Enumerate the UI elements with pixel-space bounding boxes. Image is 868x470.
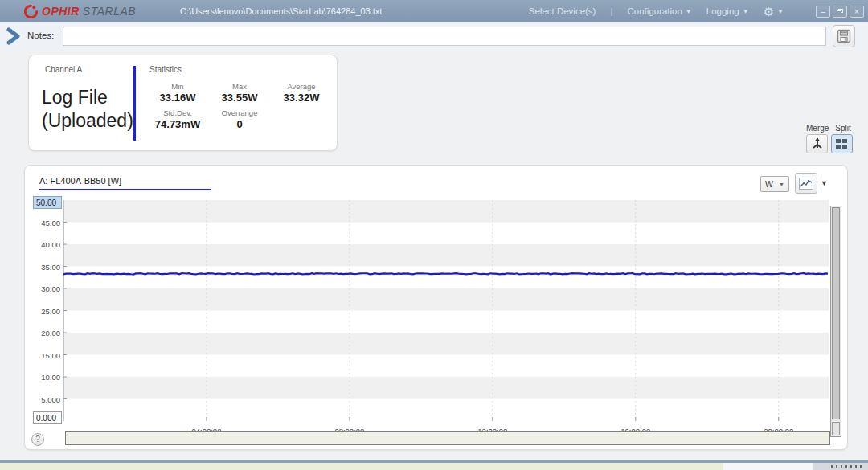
y-tick-label: 10.00 — [30, 373, 60, 382]
expand-sidebar-chevron-icon[interactable] — [5, 27, 23, 45]
taskbar-tray — [813, 463, 868, 470]
chart-panel: A: FL400A-BB50 [W] W ▼ ▼ 50.00 0.000 45.… — [24, 165, 848, 450]
units-dropdown[interactable]: W ▼ — [760, 176, 789, 192]
y-axis-min-input[interactable]: 0.000 — [33, 411, 62, 424]
split-label: Split — [835, 124, 850, 133]
ophir-logo: OPHIR STARLAB — [24, 5, 136, 18]
overrange-label: Overrange — [209, 104, 270, 117]
overrange-value: 0 — [209, 118, 270, 130]
main-menu: Select Device(s) | Configuration ▼ Loggi… — [529, 6, 868, 18]
split-grid-icon — [836, 139, 848, 149]
menu-configuration-label: Configuration — [627, 6, 682, 16]
y-tick-label: 15.00 — [30, 351, 60, 360]
chevron-down-icon: ▼ — [743, 8, 749, 15]
horizontal-scrollbar[interactable] — [65, 431, 830, 445]
menu-select-devices[interactable]: Select Device(s) — [529, 6, 596, 16]
floppy-disk-icon — [837, 29, 851, 43]
merge-label: Merge — [806, 124, 829, 133]
average-value: 33.32W — [270, 92, 333, 104]
y-tick-label: 40.00 — [30, 240, 60, 249]
statistics-grid: Min Max Average 33.16W 33.55W 33.32W Std… — [146, 78, 333, 130]
log-source-title: Log File (Uploaded) — [42, 86, 133, 133]
stddev-label: Std.Dev. — [146, 104, 209, 117]
notes-input[interactable] — [63, 27, 826, 46]
min-value: 33.16W — [146, 92, 209, 104]
menu-logging[interactable]: Logging ▼ — [706, 6, 749, 16]
settings-menu[interactable]: ⚙ ▼ — [764, 6, 784, 18]
average-label: Average — [270, 78, 333, 91]
taskbar-item — [723, 463, 813, 470]
menu-logging-label: Logging — [706, 6, 739, 16]
chart-type-button[interactable] — [795, 173, 817, 194]
trace-label[interactable]: A: FL400A-BB50 [W] — [39, 176, 211, 190]
y-tick-label: 25.00 — [30, 307, 60, 316]
log-source-line1: Log File — [42, 86, 133, 109]
y-tick-label: 45.00 — [30, 219, 60, 227]
merge-arrow-icon — [811, 137, 824, 150]
taskbar-sliver — [0, 463, 868, 470]
channel-color-divider — [133, 66, 136, 141]
title-bar: OPHIR STARLAB C:\Users\lenovo\Documents\… — [0, 0, 868, 22]
notes-toolbar: Notes: — [0, 22, 868, 50]
menu-configuration[interactable]: Configuration ▼ — [627, 6, 691, 16]
log-source-line2: (Uploaded) — [42, 109, 133, 133]
y-tick-label: 35.00 — [30, 263, 60, 272]
brand-starlab: STARLAB — [83, 5, 136, 18]
open-file-path: C:\Users\lenovo\Documents\StarLab\764284… — [180, 6, 382, 16]
y-tick-label: 20.00 — [30, 329, 60, 337]
chevron-down-icon: ▼ — [686, 8, 692, 15]
vertical-scrollbar-thumb[interactable] — [832, 207, 840, 419]
notes-label: Notes: — [27, 31, 54, 40]
layout-controls: Merge Split — [806, 124, 858, 153]
stddev-value: 74.73mW — [146, 118, 209, 130]
horizontal-scrollbar-thumb[interactable] — [67, 433, 829, 443]
restore-button[interactable] — [833, 6, 847, 18]
y-tick-label: 5.000 — [30, 395, 60, 404]
plot-area[interactable] — [63, 200, 829, 421]
taskbar-clock-fragment — [831, 465, 863, 468]
window-controls: – × — [816, 6, 864, 18]
menu-separator: | — [610, 6, 612, 16]
y-tick-label: 30.00 — [30, 284, 60, 293]
chevron-down-icon: ▼ — [779, 182, 784, 187]
line-chart-icon — [799, 178, 813, 190]
statistics-header: Statistics — [149, 65, 182, 74]
max-value: 33.55W — [209, 92, 270, 104]
split-button[interactable] — [831, 134, 853, 153]
starlab-window: OPHIR STARLAB C:\Users\lenovo\Documents\… — [0, 0, 868, 470]
y-axis-max-input[interactable]: 50.00 — [33, 196, 62, 209]
ophir-swoosh-icon — [24, 5, 38, 18]
minimize-button[interactable]: – — [816, 6, 830, 18]
help-button[interactable]: ? — [31, 433, 44, 446]
chart-type-dropdown-caret[interactable]: ▼ — [821, 179, 828, 187]
min-label: Min — [146, 78, 209, 91]
max-label: Max — [209, 78, 270, 91]
channel-label: Channel A — [45, 65, 82, 74]
vertical-scrollbar[interactable] — [830, 206, 841, 437]
units-selected-value: W — [765, 179, 773, 189]
vertical-scrollbar-cap[interactable] — [832, 422, 840, 435]
save-button[interactable] — [833, 25, 855, 47]
channel-a-panel: Channel A Log File (Uploaded) Statistics… — [28, 55, 338, 151]
chevron-down-icon: ▼ — [777, 8, 784, 15]
restore-icon — [837, 9, 843, 14]
gear-icon: ⚙ — [764, 6, 774, 18]
merge-button[interactable] — [806, 134, 828, 153]
brand-ophir: OPHIR — [42, 5, 80, 18]
close-button[interactable]: × — [850, 6, 864, 18]
